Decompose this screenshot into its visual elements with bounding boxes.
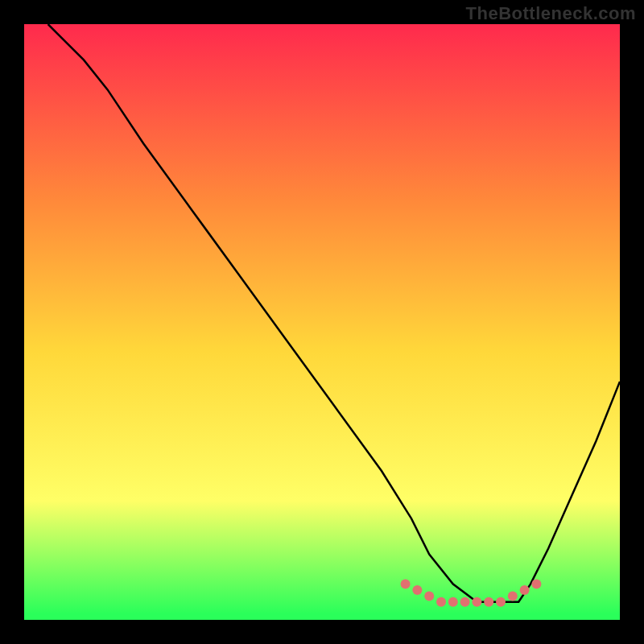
optimum-marker <box>520 585 530 595</box>
chart-svg <box>24 24 620 620</box>
optimum-marker <box>460 597 470 607</box>
optimum-marker <box>448 597 458 607</box>
optimum-marker <box>508 591 518 601</box>
optimum-marker <box>424 591 434 601</box>
chart-container: TheBottleneck.com <box>0 0 644 644</box>
optimum-marker <box>412 585 422 595</box>
watermark-text: TheBottleneck.com <box>466 3 636 24</box>
gradient-background <box>24 24 620 620</box>
optimum-marker <box>531 580 541 589</box>
optimum-marker <box>472 597 481 607</box>
plot-area <box>24 24 620 620</box>
optimum-marker <box>484 597 493 607</box>
optimum-marker <box>436 597 446 607</box>
optimum-marker <box>401 580 411 589</box>
optimum-marker <box>496 597 506 607</box>
